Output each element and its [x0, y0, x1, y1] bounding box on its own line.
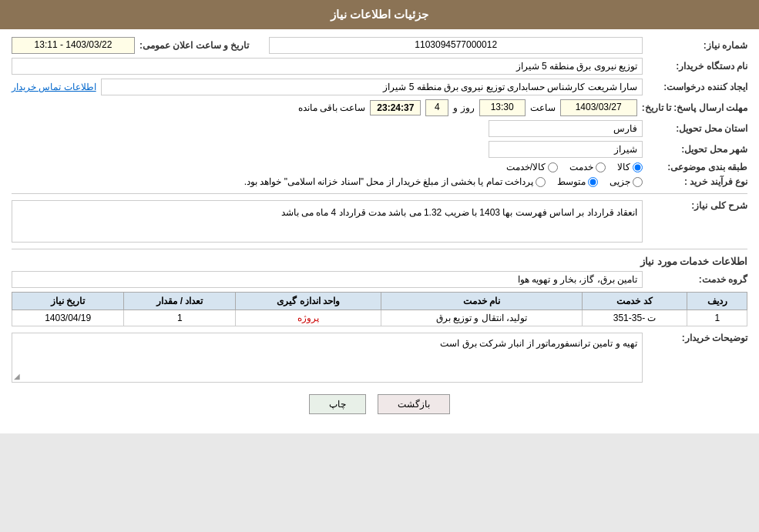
resize-handle: ◢: [14, 372, 20, 380]
grooh-label: گروه خدمت:: [647, 274, 747, 285]
cell-kod: ت -35-351: [582, 310, 687, 326]
shomara-label: شماره نیاز:: [647, 40, 747, 51]
noE-jozi[interactable]: جزیی: [610, 176, 643, 187]
page-title: جزئیات اطلاعات نیاز: [0, 0, 759, 29]
col-tedad: تعداد / مقدار: [124, 293, 236, 310]
ostan-value: فارس: [489, 120, 643, 137]
tarikh-label: تاریخ و ساعت اعلان عمومی:: [139, 40, 249, 51]
shomara-value: 1103094577000012: [269, 37, 643, 54]
noE-options: جزیی متوسط پرداخت تمام یا بخشی از مبلغ خ…: [244, 176, 643, 187]
ostan-row: استان محل تحویل: فارس: [12, 120, 747, 137]
toshih-label: توضیحات خریدار:: [647, 333, 747, 343]
mohlat-date: 1403/03/27: [560, 99, 637, 116]
nam-dastgah-row: نام دستگاه خریدار: توزیع نیروی برق منطقه…: [12, 58, 747, 75]
col-radif: ردیف: [687, 293, 747, 310]
mohlat-baqi: ساعت باقی مانده: [298, 102, 366, 113]
tabaqe-kala-khedmat[interactable]: کالا/خدمت: [506, 162, 558, 172]
cell-tedad: 1: [124, 310, 236, 326]
ostan-label: استان محل تحویل:: [647, 123, 747, 134]
ijad-row: ایجاد کننده درخواست: سارا شریعت کارشناس …: [12, 79, 747, 95]
cell-nam: تولید، انتقال و توزیع برق: [381, 310, 582, 326]
col-tarikh: تاریخ نیاز: [12, 293, 124, 310]
cell-radif: 1: [687, 310, 747, 326]
services-table: ردیف کد خدمت نام خدمت واحد اندازه گیری ت…: [12, 292, 747, 326]
mohlat-saat: 13:30: [479, 99, 526, 116]
nam-dastgah-label: نام دستگاه خریدار:: [647, 61, 747, 72]
cell-vahed[interactable]: پروژه: [236, 310, 381, 326]
ijad-value: سارا شریعت کارشناس حسابداری توزیع نیروی …: [101, 79, 643, 95]
mohlat-row: مهلت ارسال پاسخ: تا تاریخ: 1403/03/27 سا…: [12, 99, 747, 116]
col-kod: کد خدمت: [582, 293, 687, 310]
khadamat-title: اطلاعات خدمات مورد نیاز: [12, 256, 747, 267]
tabaqe-label: طبقه بندی موضوعی:: [647, 162, 747, 172]
mohlat-countdown: 23:24:37: [370, 100, 421, 115]
cell-tarikh: 1403/04/19: [12, 310, 124, 326]
shomara-row: شماره نیاز: 1103094577000012 تاریخ و ساع…: [12, 37, 747, 54]
sharh-value: انعقاد قرارداد بر اساس فهرست بها 1403 با…: [12, 200, 643, 243]
ettelaat-link[interactable]: اطلاعات تماس خریدار: [12, 82, 96, 92]
tarikh-value: 1403/03/22 - 13:11: [12, 37, 135, 54]
chap-button[interactable]: چاپ: [309, 394, 366, 414]
grooh-row: گروه خدمت: تامین برق، گاز، بخار و تهویه …: [12, 271, 747, 288]
table-row: 1 ت -35-351 تولید، انتقال و توزیع برق پر…: [12, 310, 747, 326]
tabaqe-options: کالا خدمت کالا/خدمت: [506, 162, 643, 172]
mohlat-rooz: 4: [425, 99, 448, 116]
mohlat-rooz-label: روز و: [453, 102, 474, 113]
mohlat-saat-label: ساعت: [530, 102, 556, 113]
shahr-row: شهر محل تحویل: شیراز: [12, 141, 747, 158]
noE-motavasset[interactable]: متوسط: [557, 176, 598, 187]
tabaqe-khedmat[interactable]: خدمت: [569, 162, 606, 172]
sharh-row: شرح کلی نیاز: انعقاد قرارداد بر اساس فهر…: [12, 200, 747, 243]
ijad-label: ایجاد کننده درخواست:: [647, 82, 747, 92]
shahr-value: شیراز: [489, 141, 643, 158]
toshih-value: تهیه و تامین ترانسفورماتور از انبار شرکت…: [12, 333, 643, 383]
toshih-row: توضیحات خریدار: تهیه و تامین ترانسفورمات…: [12, 333, 747, 383]
buttons-row: بازگشت چاپ: [12, 394, 747, 414]
noE-label: نوع فرآیند خرید :: [647, 176, 747, 187]
shahr-label: شهر محل تحویل:: [647, 144, 747, 155]
mohlat-label: مهلت ارسال پاسخ: تا تاریخ:: [642, 102, 747, 113]
bazgasht-button[interactable]: بازگشت: [378, 394, 450, 414]
col-vahed: واحد اندازه گیری: [236, 293, 381, 310]
tabaqe-kala[interactable]: کالا: [617, 162, 643, 172]
grooh-value: تامین برق، گاز، بخار و تهویه هوا: [12, 271, 643, 288]
tabaqe-row: طبقه بندی موضوعی: کالا خدمت کالا/خدمت: [12, 162, 747, 172]
noE-row: نوع فرآیند خرید : جزیی متوسط پرداخت تمام…: [12, 176, 747, 187]
sharh-label: شرح کلی نیاز:: [647, 200, 747, 211]
noE-pardakht[interactable]: پرداخت تمام یا بخشی از مبلغ خریدار از مح…: [244, 176, 546, 187]
nam-dastgah-value: توزیع نیروی برق منطقه 5 شیراز: [12, 58, 643, 75]
col-nam: نام خدمت: [381, 293, 582, 310]
